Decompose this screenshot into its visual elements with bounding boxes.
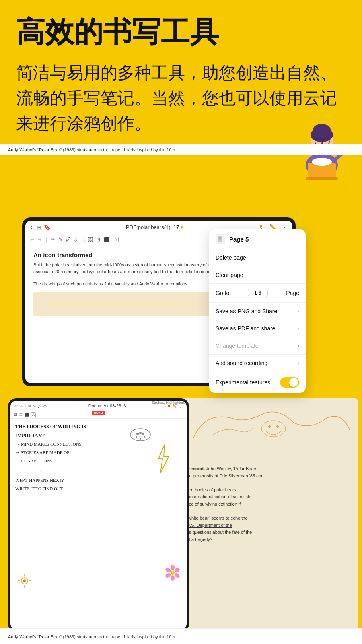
svg-text::): :) (23, 580, 25, 582)
bookmark-icon[interactable]: 🔖 (44, 224, 51, 231)
experimental-label: Experimental features (216, 379, 270, 386)
doc-panel: mber mood. John Wesley, 'Polar Bears,' g… (173, 398, 358, 632)
svg-point-40 (276, 425, 279, 428)
eraser-tool[interactable]: ◇ (74, 237, 77, 242)
svg-point-11 (312, 158, 332, 166)
handwriting-content: :) (10, 419, 187, 623)
dropdown-menu: Page 5 Delete page Clear page Go to Page… (209, 229, 306, 393)
redo-icon[interactable]: ↪ (37, 237, 41, 242)
doc-text-4: r, an international cohort of scientists (179, 493, 352, 501)
svg-point-25 (136, 436, 137, 438)
svg-point-37 (165, 567, 171, 574)
pen-tool[interactable]: ✏ (51, 237, 55, 242)
goto-item: Go to Page (209, 284, 306, 303)
svg-point-32 (171, 565, 175, 570)
add-sound-item[interactable]: Add sound recording › (209, 355, 306, 372)
add-sound-label: Add sound recording (216, 360, 267, 366)
dropdown-header: Page 5 (209, 229, 306, 249)
character-illustration (286, 101, 358, 181)
bottom-bar-text: Andy Warhol's "Polar Bear" (1983) struts… (8, 634, 175, 639)
undo-icon[interactable]: ↩ (30, 237, 34, 242)
small-highlight[interactable]: 🖍 (38, 404, 42, 408)
svg-point-26 (140, 438, 141, 440)
small-undo[interactable]: ↩ (14, 404, 18, 408)
bottom-strip: Andy Warhol's "Polar Bear" (1983) struts… (0, 144, 362, 155)
clear-page-item[interactable]: Clear page (209, 266, 306, 284)
delete-page-label: Delete page (216, 254, 246, 261)
svg-point-29 (139, 432, 142, 434)
highlighter-tool[interactable]: 🖍 (66, 237, 70, 242)
goto-input[interactable] (248, 289, 268, 297)
svg-point-35 (171, 575, 175, 581)
change-template-label: Change template (216, 343, 259, 349)
pencil-tool[interactable]: ✎ (58, 237, 62, 242)
doc-text-9: n fact a tragedy? (179, 536, 352, 543)
save-pdf-label: Save as PDF and share (216, 325, 276, 332)
small-sh[interactable]: ⬛ (25, 413, 29, 417)
handwriting-line-7: WHAT HAPPENS NEXT? (15, 476, 182, 485)
chevron-icon-2: › (298, 326, 299, 331)
clear-page-label: Clear page (216, 272, 243, 278)
selection-tool[interactable]: ⬚ (80, 237, 85, 242)
svg-marker-23 (158, 445, 169, 473)
svg-point-27 (144, 436, 145, 438)
svg-point-33 (174, 567, 181, 574)
grid-icon[interactable]: ⊞ (37, 224, 41, 231)
doc-text-6: reat white bear" seems to echo the (179, 515, 352, 522)
back-button[interactable]: ‹ (30, 223, 33, 231)
small-img[interactable]: 🖼 (14, 413, 17, 417)
experimental-features-item[interactable]: Experimental features (209, 372, 306, 393)
strokes-label: Strokes, Highlighters (152, 401, 185, 405)
small-tb[interactable]: ⊡ (19, 413, 23, 417)
hero-title: 高效的书写工具 (16, 16, 346, 48)
text-tool[interactable]: A (113, 237, 119, 242)
page-icon (216, 234, 225, 244)
toolbar-layout-icons: ⊞ 🔖 (37, 224, 51, 231)
svg-point-36 (165, 572, 171, 579)
bottom-bar: Andy Warhol's "Polar Bear" (1983) struts… (0, 628, 362, 644)
text-box-tool[interactable]: ⊡ (96, 237, 100, 242)
experimental-toggle[interactable] (280, 377, 299, 388)
small-eraser[interactable]: ◇ (43, 404, 47, 408)
doc-text-1: mber mood. John Wesley, 'Polar Bears,' (179, 465, 352, 473)
small-subbar: 🖼 ⊡ ⬛ A Strokes, Highlighters 05:54 (10, 411, 187, 419)
bottom-text: Andy Warhol's "Polar Bear" (1983) struts… (8, 147, 175, 152)
svg-point-34 (174, 572, 181, 579)
goto-label: Go to (216, 290, 229, 296)
chevron-icon-3: › (298, 343, 299, 349)
handwriting-line-1: THE PROCESS OF WRITING IS (15, 423, 182, 431)
small-doc-title[interactable]: Document 03-26_6 (48, 403, 166, 408)
small-device-inner: ↩ ↪ | ✏ ✎ 🖍 ◇ Document 03-26_6 ● ✏️ ⋮ 🖼 … (10, 401, 187, 630)
timer-badge: 05:54 (92, 411, 105, 415)
chevron-icon-4: › (298, 360, 299, 366)
handwriting-line-2: IMPORTANT (15, 431, 182, 440)
small-redo[interactable]: ↪ (19, 404, 23, 408)
delete-page-item[interactable]: Delete page (209, 249, 306, 266)
doc-content: mber mood. John Wesley, 'Polar Bears,' g… (173, 459, 358, 550)
save-pdf-item[interactable]: Save as PDF and share › (209, 320, 306, 337)
shape-tool[interactable]: ⬛ (103, 237, 109, 242)
save-png-label: Save as PNG and Share (216, 308, 277, 314)
small-pen[interactable]: ✏ (28, 404, 31, 408)
doc-text-7: the U.S. Department of the (179, 522, 352, 529)
small-txt[interactable]: A (31, 412, 36, 417)
doc-text-5: chance of surviving extinction if (179, 501, 352, 508)
toggle-knob (289, 378, 298, 387)
doc-text-2: gh the generosity of Eric Silverman '85 … (179, 473, 352, 480)
page-label: Page 5 (229, 236, 249, 243)
doc-text-3: rtwined bodies of polar bears (179, 487, 352, 494)
save-png-item[interactable]: Save as PNG and Share › (209, 303, 306, 320)
svg-point-31 (171, 571, 175, 575)
svg-point-38 (261, 421, 286, 437)
change-template-item[interactable]: Change template › (209, 337, 306, 355)
image-tool[interactable]: 🖼 (88, 237, 93, 242)
goto-page-word: Page (286, 290, 299, 296)
small-pencil[interactable]: ✎ (33, 404, 36, 408)
handwriting-line-8: WRITE IT TO FIND OUT (15, 485, 182, 493)
small-device: ↩ ↪ | ✏ ✎ 🖍 ◇ Document 03-26_6 ● ✏️ ⋮ 🖼 … (8, 398, 189, 632)
svg-point-3 (313, 124, 331, 135)
svg-point-30 (142, 433, 144, 435)
doc-text-8: raises questions about the fate of the (179, 529, 352, 536)
svg-point-28 (136, 433, 139, 435)
svg-point-39 (268, 425, 271, 428)
